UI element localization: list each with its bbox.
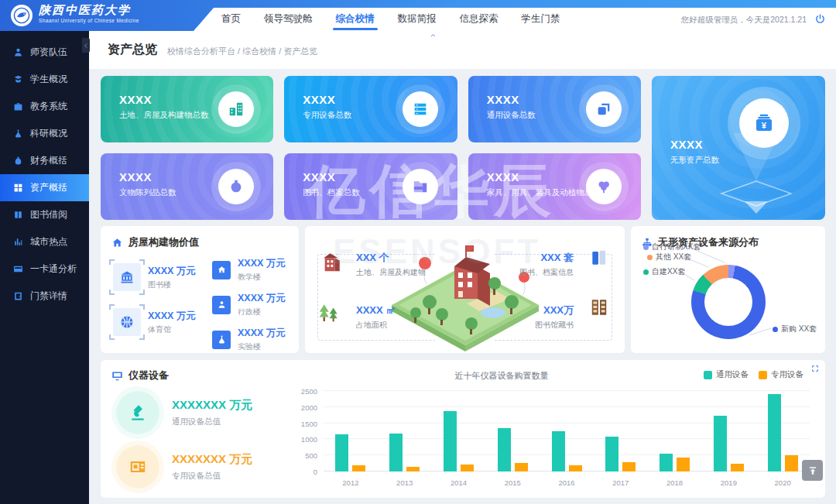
sidebar-item-finance[interactable]: 财务概括: [0, 147, 89, 174]
nav-tab-2[interactable]: 领导驾驶舱: [264, 8, 313, 31]
legend-swatch: [759, 371, 767, 379]
bar-chart-legend: 通用设备专用设备: [704, 369, 803, 380]
house-icon: [111, 237, 123, 249]
overview-card-5[interactable]: XXXX图书、档案总数: [284, 153, 457, 220]
sidebar-collapse-toggle[interactable]: [82, 38, 90, 53]
nav-tab-1[interactable]: 首页: [221, 8, 241, 31]
sidebar: 师资队伍学生概况教务系统科研概况财务概括资产概括图书借阅城市热点一卡通分析门禁详…: [0, 31, 89, 504]
building-value: XXXX 万元: [148, 265, 196, 278]
intangible-assets-card[interactable]: XXXX 无形资产总数 ¥: [652, 76, 825, 220]
copy-icon: [586, 91, 622, 127]
instrument-stat-2: XXXXXXX 万元专用设备总值: [116, 445, 293, 489]
sidebar-item-label: 学生概况: [30, 73, 67, 86]
instrument-stat-1: XXXXXXX 万元通用设备总值: [116, 391, 293, 434]
legend-swatch: [704, 371, 712, 379]
bar-通用设备-2018: [660, 454, 673, 471]
fullscreen-icon[interactable]: [811, 365, 819, 372]
overview-card-2[interactable]: XXXX专用设备总数: [284, 76, 457, 142]
overview-cards-grid: XXXX土地、房屋及构建物总数XXXX专用设备总数XXXX通用设备总数XXXX文…: [101, 76, 825, 220]
legend-dot: [643, 245, 649, 250]
sidebar-item-flask[interactable]: 科研概况: [0, 120, 89, 147]
legend-text: 新购 XX套: [781, 324, 817, 334]
top-header: 陕西中医药大学 Shaanxi University of Chinese Me…: [0, 0, 836, 31]
building-label: 实验楼: [238, 341, 286, 352]
svg-text:¥: ¥: [762, 121, 767, 130]
bar-通用设备-2012: [335, 434, 348, 471]
building-label: 图书楼: [148, 279, 196, 290]
building-value-item: XXXX 万元实验楼: [212, 327, 291, 352]
nav-tab-5[interactable]: 信息探索: [460, 8, 499, 31]
bar-chart-title: 近十年仪器设备购置数量: [294, 370, 709, 382]
pin-beam-illustration: [698, 133, 814, 217]
x-tick-label: 2015: [485, 478, 540, 487]
sidebar-item-briefcase[interactable]: 教务系统: [0, 93, 89, 120]
basketball-icon: [113, 308, 141, 336]
donut-label-1[interactable]: 自行研制XX套: [643, 242, 701, 252]
flask-icon: [13, 129, 23, 139]
y-tick-label: 1500: [301, 419, 317, 427]
x-tick-label: 2014: [432, 478, 486, 487]
plot-area: [324, 391, 810, 471]
nav-tab-3[interactable]: 综合校情: [336, 8, 375, 31]
archive-icon: [403, 169, 438, 204]
building-value: XXXX 万元: [238, 292, 286, 305]
sidebar-item-student[interactable]: 学生概况: [0, 66, 89, 93]
nav-tab-4[interactable]: 数据简报: [398, 8, 437, 31]
overview-card-4[interactable]: XXXX文物陈列品总数: [101, 153, 273, 220]
bar-通用设备-2019: [714, 416, 727, 471]
panel-title: 仪器设备: [128, 369, 169, 382]
instrument-stats: XXXXXXX 万元通用设备总值XXXXXXX 万元专用设备总值: [116, 391, 293, 499]
building-value-item: XXXX 万元图书楼: [113, 263, 203, 291]
x-tick-label: 2019: [701, 478, 755, 487]
university-emblem-icon: [11, 5, 33, 26]
donut-label-2[interactable]: 新购 XX套: [773, 324, 817, 334]
bar-通用设备-2013: [389, 434, 403, 471]
sidebar-item-book[interactable]: 图书借阅: [0, 201, 89, 228]
power-icon[interactable]: [814, 13, 826, 25]
x-tick-label: 2017: [594, 478, 648, 487]
greeting-text: 您好超级管理员，今天是2021.1.21: [681, 8, 807, 31]
sidebar-item-label: 门禁详情: [30, 290, 67, 303]
teacher-icon: [13, 47, 23, 57]
bar-group-2020: [755, 391, 810, 471]
campus-overview-panel: XXX 个土地、房屋及构建物XXXX ㎡占地面积XXX 套图书、档案信息XXX万…: [305, 226, 625, 353]
bar-专用设备-2012: [352, 465, 365, 471]
x-tick-label: 2013: [378, 478, 432, 487]
building-values-panel: 房屋构建物价值 XXXX 万元图书楼XXXX 万元体育馆 XXXX 万元教学楼X…: [101, 226, 299, 353]
bar-专用设备-2018: [677, 458, 690, 471]
machine-icon: [116, 445, 159, 489]
sidebar-item-teacher[interactable]: 师资队伍: [0, 39, 89, 66]
donut-label-4[interactable]: 其他 XX套: [647, 252, 691, 262]
overview-card-1[interactable]: XXXX土地、房屋及构建物总数: [101, 76, 273, 142]
door-icon: [13, 291, 23, 301]
legend-item-专用设备[interactable]: 专用设备: [759, 369, 803, 380]
sidebar-item-door[interactable]: 门禁详情: [0, 283, 89, 310]
breadcrumb[interactable]: 校情综合分析平台 / 综合校情 / 资产总览: [167, 46, 317, 57]
overview-card-6[interactable]: XXXX家具、用具、装具及动植物总数: [468, 153, 641, 220]
sidebar-item-hotspot[interactable]: 城市热点: [0, 228, 89, 255]
school-icon: [212, 261, 231, 279]
nav-collapse-toggle[interactable]: [404, 31, 461, 39]
plant-icon: [586, 169, 622, 204]
page-title: 资产总览: [108, 42, 157, 58]
x-tick-label: 2012: [324, 478, 378, 487]
asset-overview-dashboard: 陕西中医药大学 Shaanxi University of Chinese Me…: [0, 0, 836, 504]
donut-chart[interactable]: [691, 265, 766, 339]
bar-专用设备-2015: [515, 463, 528, 471]
nav-tab-6[interactable]: 学生门禁: [522, 8, 560, 31]
back-to-top-button[interactable]: [802, 460, 823, 481]
legend-item-通用设备[interactable]: 通用设备: [704, 369, 749, 380]
bar-group-2017: [594, 391, 648, 471]
building-label: 教学楼: [238, 272, 286, 283]
bar-专用设备-2020: [785, 455, 798, 471]
building-values-col1: XXXX 万元图书楼XXXX 万元体育馆: [113, 263, 203, 352]
sidebar-item-asset[interactable]: 资产概括: [0, 174, 89, 201]
legend-label: 通用设备: [716, 369, 749, 380]
sidebar-item-card[interactable]: 一卡通分析: [0, 255, 89, 283]
donut-label-3[interactable]: 自建XX套: [643, 266, 685, 277]
legend-text: 其他 XX套: [656, 252, 691, 262]
y-tick-label: 1000: [301, 435, 317, 444]
overview-card-3[interactable]: XXXX通用设备总数: [468, 76, 641, 142]
y-axis-labels: 05001000150020002500: [296, 391, 319, 471]
x-tick-label: 2020: [755, 478, 810, 487]
